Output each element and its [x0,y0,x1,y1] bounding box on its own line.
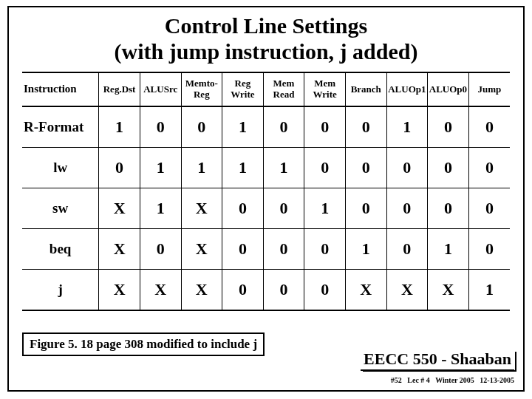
cell: X [99,229,140,270]
cell: X [181,270,222,311]
table-row: swX1X0010000 [22,188,510,229]
row-label: lw [22,148,99,188]
cell: 0 [263,270,304,311]
cell: 1 [428,229,469,270]
col-regdst: Reg.Dst [99,72,140,106]
col-memread: Mem Read [263,72,304,106]
row-label: sw [22,188,99,229]
col-branch: Branch [345,72,386,106]
cell: 0 [263,229,304,270]
cell: 1 [263,148,304,188]
cell: X [345,270,386,311]
col-instruction: Instruction [22,72,99,106]
col-aluop0: ALUOp0 [428,72,469,106]
figure-caption: Figure 5. 18 page 308 modified to includ… [22,332,265,356]
row-label: R-Format [22,106,99,148]
col-memtoreg: Memto- Reg [181,72,222,106]
cell: X [386,270,428,311]
slide-meta: #52 Lec # 4 Winter 2005 12-13-2005 [391,376,514,384]
cell: X [99,188,140,229]
col-regwrite: Reg Write [222,72,264,106]
cell: 0 [345,188,386,229]
cell: X [181,188,222,229]
cell: 0 [222,188,264,229]
cell: 0 [468,229,510,270]
cell: 0 [428,148,469,188]
col-memwrite: Mem Write [304,72,346,106]
course-footer: EECC 550 - Shaaban [361,349,514,371]
slide-title: Control Line Settings (with jump instruc… [22,13,510,64]
cell: 0 [222,270,264,311]
row-label: beq [22,229,99,270]
control-table: Instruction Reg.Dst ALUSrc Memto- Reg Re… [22,72,510,311]
cell: 1 [140,148,181,188]
cell: 0 [345,148,386,188]
cell: X [181,229,222,270]
cell: 1 [222,106,264,148]
table-body: R-Format1001000100lw0111100000swX1X00100… [22,106,510,310]
table-row: lw0111100000 [22,148,510,188]
cell: 1 [181,148,222,188]
cell: 1 [468,270,510,311]
cell: 0 [345,106,386,148]
cell: 0 [468,148,510,188]
slide-frame: Control Line Settings (with jump instruc… [7,6,525,392]
cell: 0 [304,270,346,311]
cell: 1 [345,229,386,270]
cell: 0 [222,229,264,270]
cell: 0 [263,106,304,148]
table-row: R-Format1001000100 [22,106,510,148]
cell: 0 [428,106,469,148]
cell: 1 [386,106,428,148]
cell: 0 [140,106,181,148]
col-alusrc: ALUSrc [140,72,181,106]
cell: 0 [428,188,469,229]
cell: 0 [304,106,346,148]
cell: 1 [304,188,346,229]
cell: 1 [99,106,140,148]
col-aluop1: ALUOp1 [386,72,428,106]
cell: 0 [468,106,510,148]
cell: 0 [304,229,346,270]
cell: X [99,270,140,311]
cell: 0 [140,229,181,270]
cell: 1 [140,188,181,229]
col-jump: Jump [468,72,510,106]
cell: X [428,270,469,311]
cell: 0 [99,148,140,188]
table-row: beqX0X0001010 [22,229,510,270]
cell: 0 [181,106,222,148]
cell: 0 [386,148,428,188]
cell: 1 [222,148,264,188]
cell: 0 [386,229,428,270]
title-line-2: (with jump instruction, j added) [115,39,418,64]
table-header: Instruction Reg.Dst ALUSrc Memto- Reg Re… [22,72,510,106]
row-label: j [22,270,99,311]
cell: X [140,270,181,311]
cell: 0 [263,188,304,229]
cell: 0 [386,188,428,229]
cell: 0 [304,148,346,188]
title-line-1: Control Line Settings [165,13,367,38]
table-row: jXXX000XXX1 [22,270,510,311]
cell: 0 [468,188,510,229]
